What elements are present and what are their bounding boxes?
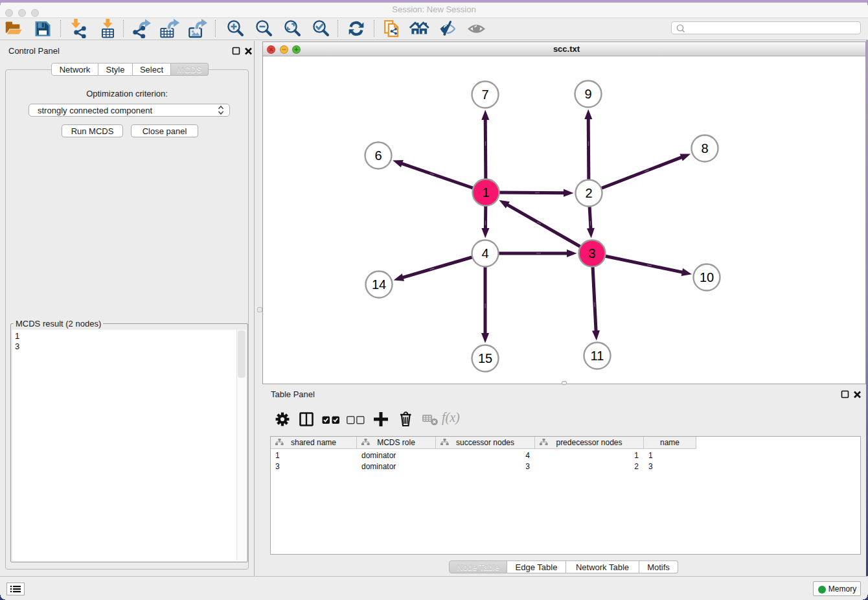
svg-text:1: 1 <box>482 185 489 200</box>
svg-text:7: 7 <box>481 87 488 102</box>
svg-text:15: 15 <box>478 351 492 365</box>
svg-text:4: 4 <box>481 246 488 260</box>
svg-text:10: 10 <box>700 270 714 284</box>
svg-text:6: 6 <box>374 148 382 163</box>
svg-text:f(x): f(x) <box>442 411 460 425</box>
svg-text:11: 11 <box>591 349 604 363</box>
svg-text:8: 8 <box>701 141 708 156</box>
svg-text:2: 2 <box>585 186 592 200</box>
svg-text:3: 3 <box>588 246 595 260</box>
svg-text:9: 9 <box>584 87 591 101</box>
svg-text:14: 14 <box>372 277 386 292</box>
